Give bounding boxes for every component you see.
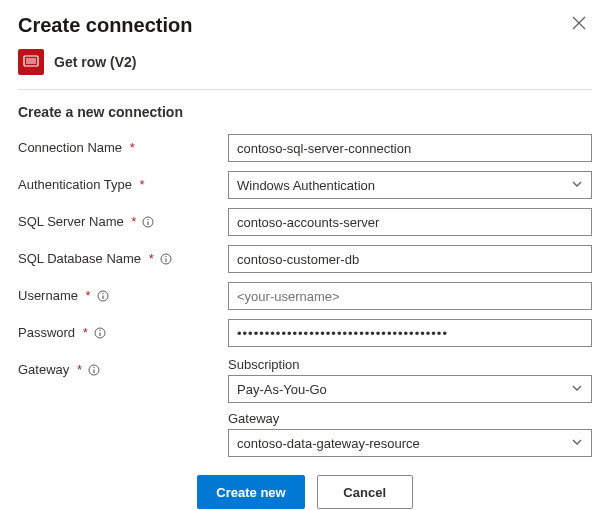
server-name-label: SQL Server Name * xyxy=(18,208,228,229)
connection-name-input[interactable] xyxy=(228,134,592,162)
create-new-button[interactable]: Create new xyxy=(197,475,304,509)
info-icon[interactable] xyxy=(160,253,172,265)
db-name-label: SQL Database Name * xyxy=(18,245,228,266)
svg-point-6 xyxy=(148,218,149,219)
db-name-input[interactable] xyxy=(228,245,592,273)
operation-name: Get row (V2) xyxy=(54,54,136,70)
divider xyxy=(18,89,592,90)
info-icon[interactable] xyxy=(88,364,100,376)
sql-icon xyxy=(18,49,44,75)
info-icon[interactable] xyxy=(142,216,154,228)
cancel-button[interactable]: Cancel xyxy=(317,475,413,509)
auth-type-select[interactable]: Windows Authentication xyxy=(228,171,592,199)
connection-name-label: Connection Name * xyxy=(18,134,228,155)
svg-point-18 xyxy=(93,366,94,367)
gateway-sublabel: Gateway xyxy=(228,411,592,426)
info-icon[interactable] xyxy=(94,327,106,339)
subscription-select[interactable]: Pay-As-You-Go xyxy=(228,375,592,403)
svg-point-9 xyxy=(165,255,166,256)
server-name-input[interactable] xyxy=(228,208,592,236)
password-label: Password * xyxy=(18,319,228,340)
subscription-sublabel: Subscription xyxy=(228,357,592,372)
close-icon[interactable] xyxy=(566,14,592,36)
username-input[interactable] xyxy=(228,282,592,310)
operation-row: Get row (V2) xyxy=(18,49,592,75)
chevron-down-icon xyxy=(571,436,583,451)
svg-point-15 xyxy=(99,329,100,330)
section-heading: Create a new connection xyxy=(18,104,592,120)
auth-type-label: Authentication Type * xyxy=(18,171,228,192)
svg-point-12 xyxy=(102,292,103,293)
dialog-title: Create connection xyxy=(18,14,192,37)
chevron-down-icon xyxy=(571,178,583,193)
chevron-down-icon xyxy=(571,382,583,397)
info-icon[interactable] xyxy=(97,290,109,302)
gateway-select[interactable]: contoso-data-gateway-resource xyxy=(228,429,592,457)
password-input[interactable] xyxy=(228,319,592,347)
username-label: Username * xyxy=(18,282,228,303)
gateway-label: Gateway * xyxy=(18,356,228,377)
